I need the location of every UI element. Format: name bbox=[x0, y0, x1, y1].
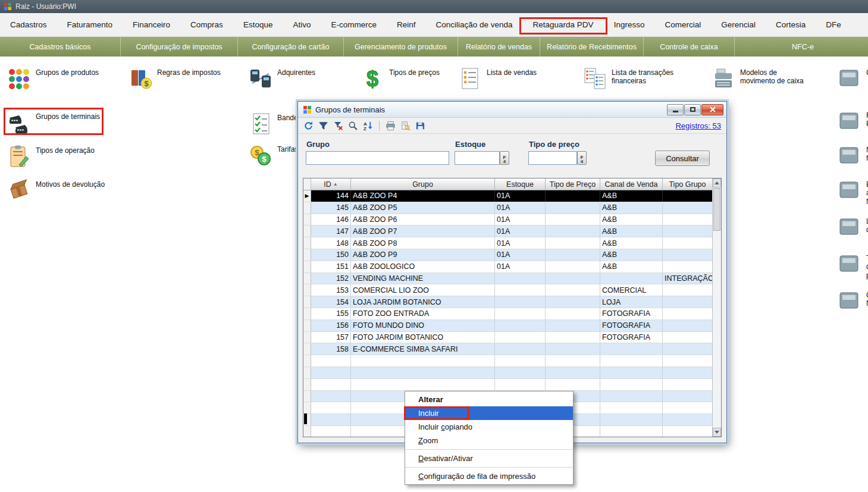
menu-item-e-commerce[interactable]: E-commerce bbox=[321, 13, 387, 36]
shortcut-tarifas[interactable]: $$Tarifas bbox=[249, 143, 298, 167]
table-row[interactable]: 153COMERCIAL LIO ZOOCOMERCIAL bbox=[303, 284, 712, 296]
print-icon[interactable] bbox=[386, 121, 396, 131]
preview-icon[interactable] bbox=[400, 121, 411, 131]
screen: Raiz - Usuário:PWI CadastrosFaturamentoF… bbox=[0, 0, 868, 492]
submenu-item-gerenciamento-de-produtos[interactable]: Gerenciamento de produtos bbox=[344, 37, 458, 57]
shortcut-grupos-de-terminais[interactable]: Grupos de terminais bbox=[7, 111, 100, 134]
estoque-input[interactable] bbox=[455, 151, 500, 165]
table-row[interactable]: 145A&B ZOO P501AA&B bbox=[303, 202, 712, 214]
shortcut-right-edge-0[interactable]: Ope bbox=[838, 67, 868, 90]
menu-item-gerencial[interactable]: Gerencial bbox=[711, 13, 766, 36]
table-row[interactable]: 155FOTO ZOO ENTRADAFOTOGRAFIA bbox=[303, 308, 712, 320]
table-row[interactable]: 150A&B ZOO P901AA&B bbox=[303, 249, 712, 261]
shortcut-adquirentes[interactable]: Adquirentes bbox=[249, 67, 315, 90]
table-row[interactable]: 147A&B ZOO P701AA&B bbox=[303, 225, 712, 237]
menu-item-faturamento[interactable]: Faturamento bbox=[57, 13, 123, 36]
submenu-item-configuracao-de-cartao[interactable]: Configuração de cartão bbox=[238, 37, 344, 57]
consultar-button[interactable]: Consultar bbox=[655, 151, 710, 166]
tipo-preco-input[interactable] bbox=[528, 151, 577, 165]
minimize-icon bbox=[673, 111, 678, 112]
tipo-preco-f4-button[interactable]: F4 bbox=[577, 151, 587, 165]
shortcut-modelos-de-movimento-de-caixa[interactable]: Modelos de movimento de caixa bbox=[712, 67, 810, 90]
registros-link[interactable]: Registros: 53 bbox=[675, 121, 721, 130]
menu-item-cadastros[interactable]: Cadastros bbox=[0, 13, 57, 36]
table-row[interactable]: ▶144A&B ZOO P401AA&B bbox=[303, 190, 712, 202]
app-icon bbox=[4, 2, 12, 11]
shortcut-tipos-de-operacao[interactable]: Tipos de operação bbox=[7, 145, 95, 168]
submenu-item-nfc-e[interactable]: NFC-e bbox=[735, 37, 868, 57]
context-item-desativar-ativar[interactable]: Desativar/Ativar bbox=[405, 452, 573, 465]
shortcut-right-edge-3[interactable]: Exp arq NFC bbox=[838, 178, 868, 206]
close-button[interactable] bbox=[701, 104, 723, 115]
shortcut-lista-de-transacoes-financeiras[interactable]: Lista de transações financeiras bbox=[583, 67, 682, 90]
scroll-down-button[interactable] bbox=[713, 428, 721, 437]
column-header-id[interactable]: ID▲ bbox=[311, 178, 351, 190]
column-header-estoque[interactable]: Estoque bbox=[495, 178, 546, 190]
shortcut-right-edge-5[interactable]: Tro dev pro bbox=[838, 252, 868, 280]
shortcut-right-edge-1[interactable]: Res PDV bbox=[838, 109, 868, 133]
menu-item-financeiro[interactable]: Financeiro bbox=[123, 13, 180, 36]
clear-filter-icon[interactable] bbox=[333, 121, 343, 131]
minimize-button[interactable] bbox=[667, 104, 684, 115]
menu-item-cortesia[interactable]: Cortesia bbox=[766, 13, 816, 36]
table-row[interactable]: 152VENDING MACHINEINTEGRAÇÃO bbox=[303, 273, 712, 285]
menu-item-estoque[interactable]: Estoque bbox=[233, 13, 283, 36]
menu-item-ingresso[interactable]: Ingresso bbox=[604, 13, 655, 36]
table-row[interactable]: 148A&B ZOO P801AA&B bbox=[303, 237, 712, 249]
column-header-tipo_preco[interactable]: Tipo de Preço bbox=[546, 178, 600, 190]
column-header-label: Tipo Grupo bbox=[669, 180, 706, 189]
table-row[interactable]: 154LOJA JARDIM BOTANICOLOJA bbox=[303, 296, 712, 308]
submenu-item-controle-de-caixa[interactable]: Controle de caixa bbox=[644, 37, 735, 57]
shortcut-right-edge-2[interactable]: Num fisc bbox=[838, 144, 868, 168]
sort-icon[interactable]: AZ bbox=[363, 121, 373, 131]
table-row[interactable]: 151A&B ZOOLOGICO01AA&B bbox=[303, 261, 712, 273]
grupo-input[interactable] bbox=[306, 151, 449, 165]
table-row[interactable]: 157FOTO JARDIM BOTANICOFOTOGRAFIA bbox=[303, 332, 712, 344]
context-item-zoom[interactable]: Zoom bbox=[405, 434, 573, 447]
menu-item-ativo[interactable]: Ativo bbox=[283, 13, 321, 36]
cell-empty bbox=[663, 355, 712, 366]
submenu-item-cadastros-basicos[interactable]: Cadastros básicos bbox=[0, 37, 121, 57]
submenu-item-relatorio-de-recebimentos[interactable]: Relatório de Recebimentos bbox=[540, 37, 644, 57]
lista-de-vendas-icon bbox=[458, 67, 482, 90]
shortcut-right-edge-6[interactable]: Con NFC bbox=[838, 289, 868, 313]
shortcut-tipos-de-precos[interactable]: $Tipos de preços bbox=[361, 67, 440, 90]
column-header-tipo_grupo[interactable]: Tipo Grupo bbox=[663, 178, 712, 190]
context-item-alterar[interactable]: Alterar bbox=[405, 393, 573, 406]
shortcut-regras-de-impostos[interactable]: $Regras de impostos bbox=[129, 67, 221, 90]
context-item-configuracao-de-fila-de-impressao[interactable]: Configuração de fila de impressão bbox=[405, 469, 573, 483]
table-row[interactable]: 156FOTO MUNDO DINOFOTOGRAFIA bbox=[303, 320, 712, 332]
maximize-button[interactable] bbox=[684, 104, 701, 115]
context-item-incluir[interactable]: Incluir bbox=[405, 406, 573, 420]
cell-estoque bbox=[495, 273, 546, 284]
shortcut-right-edge-4[interactable]: List det bbox=[838, 215, 868, 239]
estoque-f4-button[interactable]: F4 bbox=[500, 151, 509, 165]
column-header-grupo[interactable]: Grupo bbox=[351, 178, 495, 190]
bandeiras-icon bbox=[249, 112, 272, 136]
table-row[interactable]: 146A&B ZOO P601AA&B bbox=[303, 214, 712, 226]
menu-item-reinf[interactable]: Reinf bbox=[387, 13, 426, 36]
menu-item-compras[interactable]: Compras bbox=[180, 13, 233, 36]
submenu-item-relatorio-de-vendas[interactable]: Relatório de vendas bbox=[458, 37, 540, 57]
shortcut-lista-de-vendas[interactable]: Lista de vendas bbox=[458, 67, 537, 90]
filter-icon[interactable] bbox=[318, 121, 328, 131]
shortcut-motivos-de-devolucao[interactable]: Motivos de devolução bbox=[7, 178, 105, 202]
submenu-item-configuracao-de-impostos[interactable]: Configuração de impostos bbox=[121, 37, 238, 57]
menu-item-comercial[interactable]: Comercial bbox=[654, 13, 711, 36]
grid-scrollbar[interactable] bbox=[712, 178, 721, 437]
shortcut-grupos-de-produtos[interactable]: Grupos de produtos bbox=[7, 67, 99, 90]
cell-empty bbox=[351, 355, 495, 366]
search-icon[interactable] bbox=[348, 121, 358, 131]
dialog-titlebar[interactable]: Grupos de terminais bbox=[298, 102, 726, 118]
menu-item-dfe[interactable]: DFe bbox=[816, 13, 851, 36]
svg-text:$: $ bbox=[366, 67, 378, 90]
context-item-incluir-copiando[interactable]: Incluir copiando bbox=[405, 420, 573, 434]
scroll-up-button[interactable] bbox=[713, 178, 721, 187]
column-header-canal_venda[interactable]: Canal de Venda bbox=[600, 178, 663, 190]
scroll-thumb[interactable] bbox=[713, 188, 720, 231]
table-row[interactable]: 158E-COMMERCE SIMBA SAFARI bbox=[303, 343, 712, 355]
menu-item-retaguarda-pdv[interactable]: Retaguarda PDV bbox=[523, 13, 604, 36]
save-icon[interactable] bbox=[415, 121, 425, 131]
refresh-icon[interactable] bbox=[303, 121, 314, 131]
menu-item-conciliacao-de-venda[interactable]: Conciliação de venda bbox=[425, 13, 522, 36]
